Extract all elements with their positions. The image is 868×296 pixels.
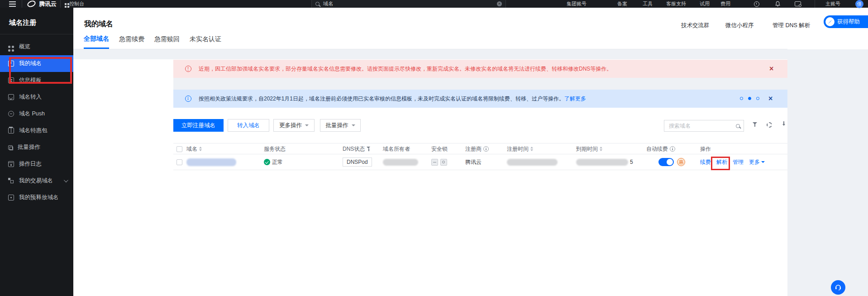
transfer-lock-icon[interactable] (440, 159, 447, 166)
domain-lock-icon[interactable] (431, 159, 438, 166)
topbar-nav-trial[interactable]: 试用 (700, 0, 710, 8)
info-icon[interactable] (670, 146, 675, 152)
close-warning-icon[interactable]: × (769, 65, 773, 72)
register-domain-button[interactable]: 立即注册域名 (173, 119, 224, 132)
sidebar-item-label: 我的域名 (19, 60, 42, 67)
topbar-divider (815, 0, 815, 8)
domain-push-icon (8, 111, 14, 117)
sidebar-item-batch-operations[interactable]: 批量操作 (0, 139, 73, 156)
sidebar-item-overview[interactable]: 概览 (0, 38, 73, 55)
checkbox-icon (176, 146, 182, 152)
topbar-nav-icp[interactable]: 备案 (617, 0, 627, 8)
col-service-status: 服务状态 (264, 143, 286, 154)
console-link[interactable]: 控制台 (65, 0, 84, 8)
warning-banner: 近期，因工信部加强域名实名要求，部分存量域名实名信息需要修改。请按页面提示尽快修… (173, 60, 787, 78)
topbar-divider (22, 0, 22, 8)
avatar[interactable]: 倍 (855, 0, 863, 8)
tencent-cloud-logo[interactable]: 腾讯云 (27, 0, 57, 8)
sort-icon[interactable] (600, 147, 603, 151)
domain-search-input[interactable] (668, 122, 736, 129)
auto-renew-toggle[interactable] (658, 158, 674, 166)
carousel-dot-1[interactable] (740, 97, 743, 100)
batch-operations-icon (8, 145, 13, 150)
page-title: 我的域名 (84, 19, 113, 29)
tab-redeem-urgent[interactable]: 急需赎回 (154, 30, 180, 49)
select-all-checkbox[interactable] (176, 143, 182, 154)
more-operations-dropdown[interactable]: 更多操作 (273, 119, 315, 132)
gear-icon[interactable] (767, 122, 772, 128)
col-actions: 操作 (700, 143, 711, 154)
renew-action[interactable]: 续费 (700, 154, 711, 170)
carousel-dot-2-active[interactable] (748, 97, 751, 100)
link-wechat-miniprogram[interactable]: 微信小程序 (725, 22, 754, 29)
tab-renew-urgent[interactable]: 急需续费 (119, 30, 144, 49)
hamburger-menu-button[interactable] (9, 0, 16, 8)
promo-badge[interactable]: 惠 (677, 158, 685, 166)
expire-time-cell: 5 (576, 154, 633, 170)
more-action-dropdown[interactable]: 更多 (749, 154, 765, 170)
row-checkbox[interactable] (176, 154, 182, 170)
topbar-nav-tools[interactable]: 工具 (643, 0, 653, 8)
main-header: 我的域名 技术交流群 微信小程序 管理 DNS 解析 获得帮助 (73, 8, 868, 30)
notifications-button[interactable] (775, 0, 868, 8)
sort-icon[interactable] (199, 147, 202, 151)
sidebar-item-operation-log[interactable]: 操作日志 (0, 156, 73, 172)
console-settings-button[interactable] (795, 0, 801, 8)
dns-provider-badge: DNSPod (343, 158, 372, 167)
right-gutter (787, 49, 868, 296)
clear-search-icon[interactable]: × (497, 1, 502, 6)
status-ok-icon (264, 159, 270, 165)
console-label: 控制台 (69, 0, 84, 7)
tab-unverified[interactable]: 未实名认证 (190, 30, 221, 49)
tencent-cloud-domain-console: 腾讯云 控制台 域名 × 集团账号 备案 工具 客服支持 试用 费用 主账号 倍 (0, 0, 868, 296)
sort-icon[interactable] (530, 147, 534, 151)
chevron-down-icon (64, 178, 68, 182)
topbar-nav-org-account[interactable]: 集团账号 (567, 0, 587, 8)
search-icon (315, 2, 320, 6)
sidebar-item-prerelease-domains[interactable]: 我的预释放域名 (0, 189, 73, 206)
batch-operations-dropdown[interactable]: 批量操作 (320, 119, 361, 132)
hamburger-icon (9, 4, 16, 5)
funnel-icon[interactable] (367, 147, 371, 151)
sidebar-item-info-template[interactable]: 信息模板 (0, 72, 73, 89)
search-icon[interactable] (736, 124, 740, 128)
compass-help-icon (825, 17, 835, 26)
history-button[interactable] (754, 0, 759, 8)
topbar-nav-support[interactable]: 客服支持 (666, 0, 686, 8)
topbar-divider (60, 0, 61, 8)
expire-time-suffix: 5 (630, 159, 633, 165)
sidebar-item-my-domains[interactable]: 我的域名 (0, 55, 73, 72)
manage-action[interactable]: 管理 (733, 154, 744, 170)
account-menu[interactable]: 主账号 (825, 0, 840, 8)
sidebar-item-trade-domains[interactable]: 我的交易域名 (0, 172, 73, 189)
sidebar-item-transfer-in[interactable]: 域名转入 (0, 89, 73, 105)
sidebar-item-domain-push[interactable]: 域名 Push (0, 105, 73, 122)
redacted-expire-time (576, 159, 628, 166)
warning-text: 近期，因工信部加强域名实名要求，部分存量域名实名信息需要修改。请按页面提示尽快修… (199, 65, 612, 73)
close-info-icon[interactable]: × (768, 95, 773, 102)
domain-cell[interactable] (186, 154, 236, 170)
get-help-button[interactable]: 获得帮助 (824, 15, 868, 28)
sidebar-item-label: 域名 Push (19, 110, 45, 118)
transfer-in-button[interactable]: 转入域名 (228, 119, 269, 132)
col-label: 安全锁 (431, 145, 448, 153)
dns-status-cell: DNSPod (343, 154, 372, 170)
link-tech-group[interactable]: 技术交流群 (681, 22, 710, 29)
topbar-nav-billing[interactable]: 费用 (720, 0, 730, 8)
sidebar-item-label: 批量操作 (18, 143, 40, 151)
resolve-action[interactable]: 解析 (716, 154, 727, 170)
sidebar-item-domain-package[interactable]: 域名特惠包 (0, 122, 73, 139)
learn-more-link[interactable]: 了解更多 (564, 95, 586, 102)
auto-renew-cell: 惠 (658, 154, 685, 170)
info-icon[interactable] (483, 146, 489, 152)
tab-all-domains[interactable]: 全部域名 (84, 30, 109, 49)
carousel-dot-3[interactable] (756, 97, 759, 100)
link-manage-dns[interactable]: 管理 DNS 解析 (773, 22, 810, 29)
chat-help-button[interactable] (831, 280, 845, 295)
operation-log-icon (8, 161, 14, 167)
topbar-search[interactable]: 域名 × (311, 0, 506, 8)
logo-text: 腾讯云 (39, 0, 57, 8)
col-auto-renew: 自动续费 (646, 143, 675, 154)
overview-icon (8, 46, 10, 48)
col-label: 服务状态 (264, 145, 286, 153)
